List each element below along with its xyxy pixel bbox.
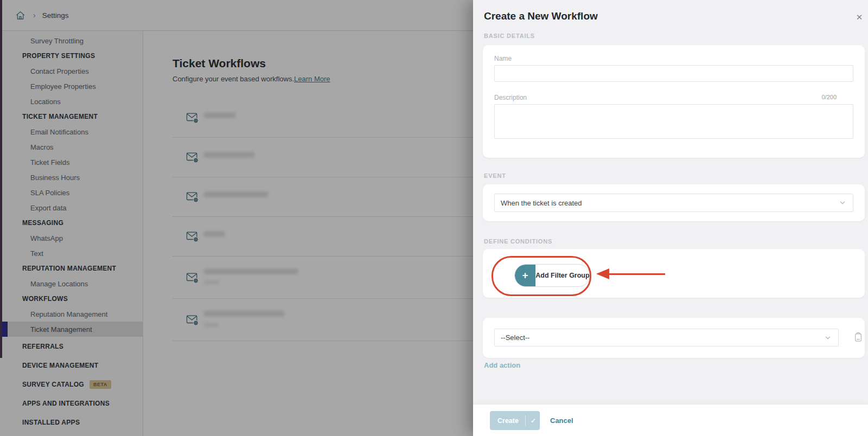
close-icon[interactable]: ✕ [853, 11, 866, 24]
add-filter-group-label: Add Filter Group [535, 272, 590, 279]
chevron-down-icon [839, 199, 846, 207]
left-edge-strip [0, 0, 2, 358]
add-filter-group-button[interactable]: + Add Filter Group [514, 264, 590, 287]
screen: › Settings Survey ThrottlingPROPERTY SET… [0, 0, 868, 436]
action-select-value: --Select-- [501, 334, 529, 342]
add-action-link[interactable]: Add action [484, 361, 520, 369]
action-card: --Select-- [483, 318, 865, 358]
description-input[interactable] [494, 104, 853, 139]
cancel-button[interactable]: Cancel [550, 411, 573, 430]
name-field-label: Name [494, 55, 512, 62]
action-select[interactable]: --Select-- [494, 329, 839, 347]
basic-details-label: BASIC DETAILS [484, 33, 535, 39]
plus-icon: + [515, 264, 535, 287]
conditions-card: + Add Filter Group [483, 249, 865, 298]
description-field-label: Description [494, 94, 527, 101]
define-conditions-label: DEFINE CONDITIONS [484, 238, 552, 245]
event-label: EVENT [484, 172, 506, 179]
event-select[interactable]: When the ticket is created [494, 194, 853, 212]
create-button[interactable]: Create ✓ [490, 411, 540, 430]
drawer-title: Create a New Workflow [484, 10, 598, 22]
check-icon: ✓ [531, 417, 536, 425]
create-button-label: Create [490, 417, 519, 425]
trash-icon[interactable] [852, 330, 864, 344]
drawer-footer: Create ✓ Cancel [473, 404, 868, 436]
name-input[interactable] [494, 65, 853, 82]
create-workflow-drawer: Create a New Workflow ✕ BASIC DETAILS Na… [473, 0, 868, 436]
chevron-down-icon [824, 334, 832, 342]
underlying-app: › Settings Survey ThrottlingPROPERTY SET… [0, 0, 473, 436]
modal-dim-overlay [0, 0, 473, 436]
create-button-divider [525, 415, 526, 426]
event-card: When the ticket is created [483, 184, 865, 221]
basic-details-card: Name Description 0/200 [483, 45, 865, 158]
description-char-counter: 0/200 [821, 94, 837, 100]
event-select-value: When the ticket is created [501, 199, 582, 207]
